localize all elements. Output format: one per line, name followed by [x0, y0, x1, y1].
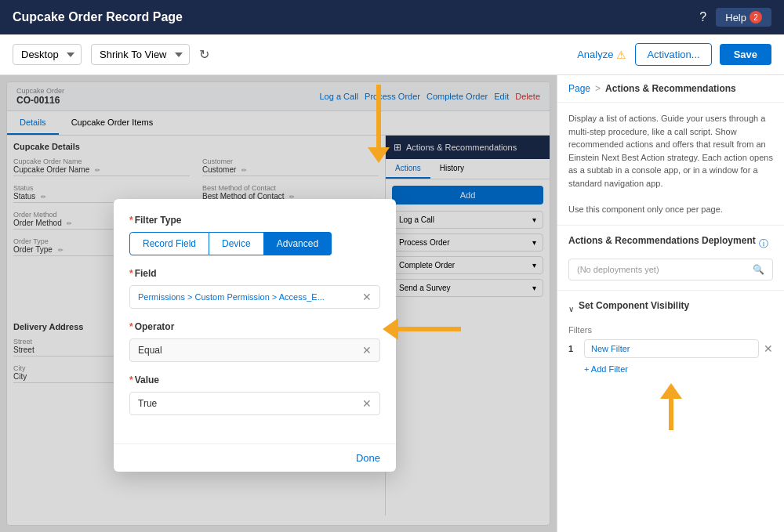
- filter-modal: * Filter Type Record Field Device Advanc…: [114, 199, 396, 472]
- info-icon[interactable]: ⓘ: [759, 237, 768, 251]
- advanced-btn[interactable]: Advanced: [264, 232, 332, 255]
- visibility-title: Set Component Visibility: [579, 300, 689, 311]
- filter-number: 1: [568, 344, 579, 353]
- operator-section: * Operator Equal ✕: [129, 321, 380, 362]
- breadcrumb-separator: >: [595, 83, 601, 94]
- operator-value: Equal: [138, 345, 162, 356]
- modal-body: * Filter Type Record Field Device Advanc…: [114, 199, 396, 443]
- refresh-button[interactable]: ↻: [199, 47, 209, 62]
- deployment-label: Actions & Recommendations Deployment: [568, 235, 756, 246]
- label-text: Value: [135, 375, 159, 385]
- filter-type-label: * Filter Type: [129, 215, 380, 226]
- sidebar-description: Display a list of actions. Guide your us…: [557, 103, 784, 226]
- help-button[interactable]: Help 2: [716, 8, 771, 27]
- filter-close-btn[interactable]: ✕: [764, 342, 773, 355]
- app-header: Cupcake Order Record Page ? Help 2: [0, 0, 784, 34]
- activation-button[interactable]: Activation...: [635, 43, 711, 66]
- question-icon: ?: [699, 10, 706, 24]
- label-text: Filter Type: [135, 215, 182, 226]
- field-value-text: Permissions > Custom Permission > Access…: [138, 292, 325, 302]
- deployment-placeholder: (No deployments yet): [577, 265, 659, 274]
- modal-footer: Done: [114, 443, 396, 472]
- label-text: Field: [135, 268, 157, 279]
- right-sidebar: Page > Actions & Recommendations Display…: [557, 75, 784, 532]
- search-icon: 🔍: [753, 264, 764, 275]
- value-section: * Value True ✕: [129, 375, 380, 415]
- toolbar-right: Analyze ⚠ Activation... Save: [576, 43, 771, 66]
- arrow-shaft-h: [398, 327, 461, 331]
- arrow-shaft-v: [669, 399, 673, 430]
- add-filter-button[interactable]: + Add Filter: [584, 364, 628, 374]
- required-star: *: [129, 215, 133, 226]
- field-input[interactable]: Permissions > Custom Permission > Access…: [129, 285, 380, 309]
- section-header: ∨ Set Component Visibility: [568, 300, 773, 317]
- save-button[interactable]: Save: [720, 44, 771, 65]
- arrow-head-up: [660, 383, 682, 399]
- deployment-section: Actions & Recommendations Deployment ⓘ (…: [557, 226, 784, 291]
- help-badge: 2: [750, 11, 762, 24]
- value-clear-btn[interactable]: ✕: [362, 397, 372, 410]
- arrow-up-container: [557, 383, 784, 430]
- value-text: True: [138, 398, 157, 409]
- analyze-button[interactable]: Analyze ⚠: [576, 48, 627, 62]
- required-star: *: [129, 321, 133, 332]
- filter-type-buttons: Record Field Device Advanced: [129, 232, 380, 255]
- operator-clear-btn[interactable]: ✕: [362, 344, 372, 356]
- arrow-up-annotation: [660, 383, 682, 430]
- add-filter-label: + Add Filter: [584, 364, 628, 374]
- view-select[interactable]: Desktop Tablet Mobile: [13, 44, 82, 65]
- required-star: *: [129, 375, 133, 385]
- toolbar: Desktop Tablet Mobile Shrink To View Act…: [0, 34, 784, 75]
- field-section: * Field Permissions > Custom Permission …: [129, 268, 380, 309]
- help-label: Help: [725, 12, 746, 24]
- field-clear-btn[interactable]: ✕: [362, 291, 372, 303]
- shrink-select[interactable]: Shrink To View Actual Size: [91, 44, 190, 65]
- app-title: Cupcake Order Record Page: [13, 10, 183, 24]
- sidebar-breadcrumb: Page > Actions & Recommendations: [557, 75, 784, 103]
- main-layout: Cupcake Order CO-00116 Log a Call Proces…: [0, 75, 784, 532]
- canvas-area: Cupcake Order CO-00116 Log a Call Proces…: [0, 75, 557, 532]
- header-right: ? Help 2: [699, 8, 771, 27]
- record-field-btn[interactable]: Record Field: [129, 232, 209, 255]
- analyze-label: Analyze: [577, 49, 613, 60]
- breadcrumb-current: Actions & Recommendations: [605, 83, 736, 94]
- value-input[interactable]: True ✕: [129, 392, 380, 415]
- required-star: *: [129, 268, 133, 279]
- value-label-text: * Value: [129, 375, 380, 385]
- warn-icon: ⚠: [616, 49, 626, 61]
- device-btn[interactable]: Device: [209, 232, 264, 255]
- filters-label: Filters: [568, 325, 773, 335]
- chevron-icon[interactable]: ∨: [568, 305, 574, 313]
- operator-label-text: * Operator: [129, 321, 380, 332]
- filter-tag[interactable]: New Filter: [584, 339, 759, 358]
- set-visibility-section: ∨ Set Component Visibility Filters 1 New…: [557, 291, 784, 383]
- desc-text: Display a list of actions. Guide your us…: [568, 112, 773, 190]
- label-text: Operator: [135, 321, 175, 332]
- deployment-input[interactable]: (No deployments yet) 🔍: [568, 259, 773, 280]
- modal-overlay: * Filter Type Record Field Device Advanc…: [0, 75, 557, 532]
- use-note: Use this component only once per page.: [568, 203, 773, 216]
- field-label-text: * Field: [129, 268, 380, 279]
- operator-input[interactable]: Equal ✕: [129, 338, 380, 362]
- breadcrumb-page-link[interactable]: Page: [568, 83, 590, 94]
- done-button[interactable]: Done: [356, 452, 380, 464]
- filter-type-section: * Filter Type Record Field Device Advanc…: [129, 215, 380, 255]
- filter-row: 1 New Filter ✕: [568, 339, 773, 358]
